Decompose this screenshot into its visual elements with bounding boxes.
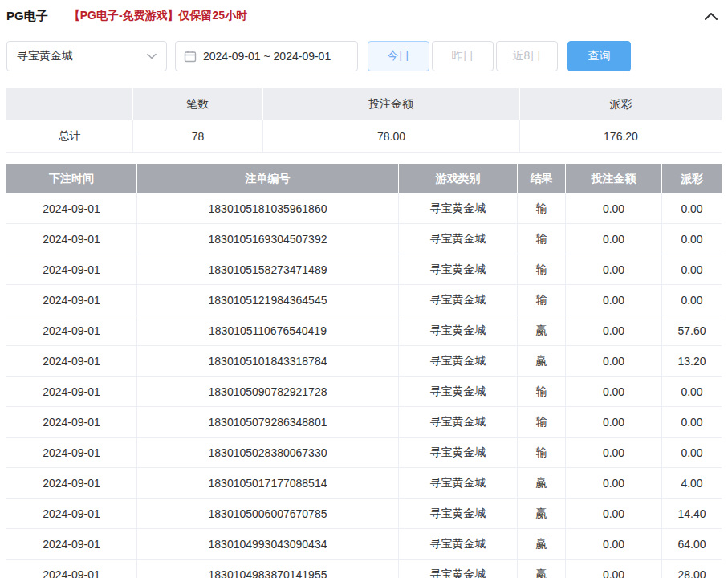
game-type-cell: 寻宝黄金城 (399, 468, 518, 499)
game-type-cell: 寻宝黄金城 (399, 224, 518, 254)
table-row: 2024-09-01 1830105110676540419 寻宝黄金城 赢 0… (6, 315, 722, 346)
bet-time-cell: 2024-09-01 (6, 468, 137, 499)
panel-header: PG电子 【PG电子-免费游戏】仅保留25小时 (6, 0, 722, 32)
collapse-button[interactable] (701, 8, 722, 24)
table-row: 2024-09-01 1830104983870141955 寻宝黄金城 赢 0… (6, 560, 722, 578)
bet-time-cell: 2024-09-01 (6, 315, 137, 346)
bet-amount-cell: 0.00 (566, 468, 662, 499)
game-type-cell: 寻宝黄金城 (399, 560, 518, 578)
summary-total-row: 总计 78 78.00 176.20 (6, 120, 722, 153)
game-type-cell: 寻宝黄金城 (399, 407, 518, 438)
date-range-value: 2024-09-01 ~ 2024-09-01 (203, 50, 331, 63)
game-type-cell: 寻宝黄金城 (399, 285, 518, 315)
chevron-down-icon (147, 53, 157, 59)
result-cell: 赢 (518, 560, 566, 578)
order-id-cell: 1830105158273471489 (137, 254, 399, 285)
table-row: 2024-09-01 1830105079286348801 寻宝黄金城 输 0… (6, 407, 722, 438)
game-select[interactable]: 寻宝黄金城 (6, 41, 167, 71)
result-cell: 输 (518, 407, 566, 438)
free-games-notice: 【PG电子-免费游戏】仅保留25小时 (69, 9, 247, 23)
table-row: 2024-09-01 1830105090782921728 寻宝黄金城 输 0… (6, 377, 722, 407)
panel-title: PG电子 (6, 9, 48, 24)
quick-filter-last8days[interactable]: 近8日 (496, 41, 558, 71)
date-range-input[interactable]: 2024-09-01 ~ 2024-09-01 (175, 41, 358, 71)
chevron-up-icon (704, 11, 718, 21)
bet-amount-cell: 0.00 (566, 285, 662, 315)
order-id-cell: 1830104993043090434 (137, 529, 399, 560)
result-cell: 赢 (518, 499, 566, 529)
bet-time-cell: 2024-09-01 (6, 346, 137, 377)
order-id-cell: 1830105090782921728 (137, 377, 399, 407)
order-id-cell: 1830105006007670785 (137, 499, 399, 529)
pg-games-panel: PG电子 【PG电子-免费游戏】仅保留25小时 寻宝黄金城 2024-09-01… (0, 0, 728, 578)
summary-header-blank (6, 88, 133, 120)
payout-cell: 0.00 (662, 254, 722, 285)
payout-cell: 13.20 (662, 346, 722, 377)
game-type-cell: 寻宝黄金城 (399, 529, 518, 560)
summary-header-payout: 派彩 (520, 88, 722, 120)
game-select-value: 寻宝黄金城 (17, 49, 73, 63)
result-cell: 赢 (518, 346, 566, 377)
order-id-cell: 1830105028380067330 (137, 438, 399, 468)
order-id-cell: 1830105181035961860 (137, 193, 399, 224)
table-row: 2024-09-01 1830105181035961860 寻宝黄金城 输 0… (6, 193, 722, 224)
bet-time-cell: 2024-09-01 (6, 224, 137, 254)
bet-amount-cell: 0.00 (566, 254, 662, 285)
game-type-cell: 寻宝黄金城 (399, 315, 518, 346)
result-cell: 输 (518, 377, 566, 407)
table-row: 2024-09-01 1830105101843318784 寻宝黄金城 赢 0… (6, 346, 722, 377)
search-button[interactable]: 查询 (567, 41, 631, 71)
payout-cell: 0.00 (662, 224, 722, 254)
result-cell: 赢 (518, 315, 566, 346)
table-row: 2024-09-01 1830105121984364545 寻宝黄金城 输 0… (6, 285, 722, 315)
bet-time-cell: 2024-09-01 (6, 438, 137, 468)
bet-amount-cell: 0.00 (566, 529, 662, 560)
bet-amount-cell: 0.00 (566, 438, 662, 468)
order-id-cell: 1830105101843318784 (137, 346, 399, 377)
result-cell: 赢 (518, 468, 566, 499)
bet-table-body: 2024-09-01 1830105181035961860 寻宝黄金城 输 0… (6, 193, 722, 578)
game-type-cell: 寻宝黄金城 (399, 499, 518, 529)
payout-cell: 0.00 (662, 438, 722, 468)
bet-amount-cell: 0.00 (566, 346, 662, 377)
bet-table-header: 下注时间 注单编号 游戏类别 结果 投注金额 派彩 (6, 164, 722, 193)
bet-time-cell: 2024-09-01 (6, 499, 137, 529)
quick-filter-today[interactable]: 今日 (368, 41, 429, 71)
result-cell: 输 (518, 224, 566, 254)
quick-filter-group: 今日 昨日 近8日 (368, 41, 558, 71)
payout-cell: 0.00 (662, 377, 722, 407)
result-cell: 输 (518, 438, 566, 468)
header-game-type: 游戏类别 (399, 164, 518, 193)
header-payout: 派彩 (662, 164, 722, 193)
table-row: 2024-09-01 1830105158273471489 寻宝黄金城 输 0… (6, 254, 722, 285)
payout-cell: 64.00 (662, 529, 722, 560)
game-type-cell: 寻宝黄金城 (399, 254, 518, 285)
bet-time-cell: 2024-09-01 (6, 377, 137, 407)
game-type-cell: 寻宝黄金城 (399, 193, 518, 224)
order-id-cell: 1830104983870141955 (137, 560, 399, 578)
summary-total-label: 总计 (6, 120, 133, 153)
payout-cell: 57.60 (662, 315, 722, 346)
calendar-icon (184, 50, 197, 63)
bet-time-cell: 2024-09-01 (6, 193, 137, 224)
order-id-cell: 1830105079286348801 (137, 407, 399, 438)
bet-amount-cell: 0.00 (566, 407, 662, 438)
bet-amount-cell: 0.00 (566, 377, 662, 407)
order-id-cell: 1830105110676540419 (137, 315, 399, 346)
bet-amount-cell: 0.00 (566, 560, 662, 578)
summary-header-row: 笔数 投注金额 派彩 (6, 88, 722, 120)
bet-time-cell: 2024-09-01 (6, 407, 137, 438)
game-type-cell: 寻宝黄金城 (399, 377, 518, 407)
table-row: 2024-09-01 1830105017177088514 寻宝黄金城 赢 0… (6, 468, 722, 499)
bet-time-cell: 2024-09-01 (6, 529, 137, 560)
payout-cell: 0.00 (662, 285, 722, 315)
result-cell: 输 (518, 193, 566, 224)
payout-cell: 4.00 (662, 468, 722, 499)
summary-total-bet-amount: 78.00 (263, 120, 520, 153)
payout-cell: 14.40 (662, 499, 722, 529)
bet-amount-cell: 0.00 (566, 224, 662, 254)
header-bet-time: 下注时间 (6, 164, 137, 193)
quick-filter-yesterday[interactable]: 昨日 (432, 41, 494, 71)
order-id-cell: 1830105017177088514 (137, 468, 399, 499)
bet-time-cell: 2024-09-01 (6, 254, 137, 285)
